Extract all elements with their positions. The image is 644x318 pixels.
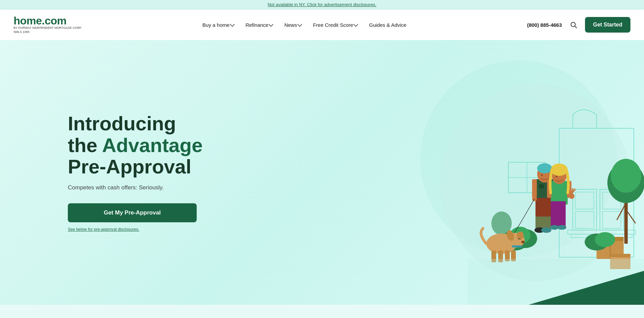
svg-point-37 <box>541 227 551 233</box>
nav-label-refinance: Refinance <box>246 22 269 28</box>
logo-sub-line1: BY FAIRWAY INDEPENDENT MORTGAGE CORP. <box>14 26 82 30</box>
svg-rect-44 <box>539 184 544 188</box>
hero-illustration <box>366 74 644 305</box>
svg-rect-68 <box>512 245 522 247</box>
hero-title-part2: Pre-Approval <box>68 155 191 177</box>
nav-label-credit: Free Credit Score <box>313 22 353 28</box>
svg-rect-25 <box>624 203 628 244</box>
chevron-down-icon <box>297 22 302 26</box>
nav-item-guides-advice[interactable]: Guides & Advice <box>364 19 411 31</box>
svg-point-63 <box>521 241 525 243</box>
hero-subtitle: Competes with cash offers: Seriously. <box>68 184 210 191</box>
svg-rect-47 <box>558 201 566 227</box>
header: home.com BY FAIRWAY INDEPENDENT MORTGAGE… <box>0 10 644 40</box>
header-right: (800) 885-4663 Get Started <box>527 17 630 33</box>
svg-point-49 <box>558 225 566 230</box>
hero-disclosure-link[interactable]: See below for pre-approval disclosures. <box>68 227 139 232</box>
chevron-down-icon <box>269 22 273 26</box>
svg-rect-33 <box>542 198 551 218</box>
svg-rect-46 <box>551 201 558 227</box>
nav-item-free-credit-score[interactable]: Free Credit Score <box>308 19 362 31</box>
nav-label-buy: Buy a home <box>202 22 230 28</box>
svg-point-24 <box>595 232 615 247</box>
svg-rect-45 <box>551 181 568 205</box>
search-icon <box>570 21 577 29</box>
svg-point-42 <box>537 163 552 173</box>
svg-point-27 <box>611 159 641 193</box>
svg-rect-38 <box>532 179 537 198</box>
hero-cta-button[interactable]: Get My Pre-Approval <box>68 203 197 222</box>
hero-section: Introducing the Advantage Pre-Approval C… <box>0 40 644 305</box>
logo-main-text: home.com <box>14 15 82 26</box>
nav-item-refinance[interactable]: Refinance <box>241 19 278 31</box>
nav-item-buy-a-home[interactable]: Buy a home <box>198 19 239 31</box>
hero-title-accent: Advantage <box>102 134 203 156</box>
main-nav: Buy a home Refinance News Free Credit Sc… <box>198 19 411 31</box>
chevron-down-icon <box>230 22 235 26</box>
hero-title: Introducing the Advantage Pre-Approval <box>68 113 210 177</box>
banner-link[interactable]: Not available in NY. Click for advertise… <box>268 2 376 7</box>
get-started-button[interactable]: Get Started <box>585 17 630 33</box>
nav-label-news: News <box>284 22 297 28</box>
svg-line-1 <box>575 26 577 28</box>
logo[interactable]: home.com BY FAIRWAY INDEPENDENT MORTGAGE… <box>14 15 82 34</box>
hero-content: Introducing the Advantage Pre-Approval C… <box>0 92 210 252</box>
nav-label-guides: Guides & Advice <box>369 22 406 28</box>
svg-rect-19 <box>610 254 630 257</box>
phone-number[interactable]: (800) 885-4663 <box>527 22 562 28</box>
green-corner <box>529 271 644 305</box>
chevron-down-icon <box>353 22 358 26</box>
svg-point-43 <box>541 174 543 176</box>
logo-sub-line2: NMLS 2289 <box>14 30 82 34</box>
svg-point-57 <box>551 164 568 176</box>
nav-item-news[interactable]: News <box>279 19 306 31</box>
top-banner: Not available in NY. Click for advertise… <box>0 0 644 10</box>
svg-point-58 <box>556 176 558 177</box>
search-button[interactable] <box>567 19 580 31</box>
